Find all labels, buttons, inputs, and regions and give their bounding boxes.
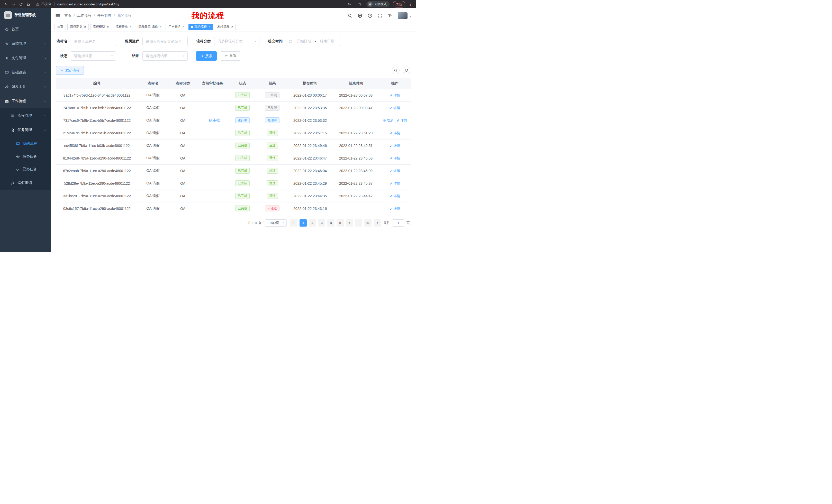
result-select[interactable]: 请选择流结果 bbox=[142, 51, 188, 61]
browser-reload-button[interactable] bbox=[18, 1, 24, 8]
github-icon[interactable] bbox=[358, 13, 362, 18]
refresh-table-button[interactable] bbox=[402, 66, 410, 74]
cell-status: 进行中 bbox=[228, 114, 257, 127]
cell-result: 处理中 bbox=[257, 114, 287, 127]
header-search-icon[interactable] bbox=[347, 13, 352, 18]
tab-close-icon[interactable]: × bbox=[107, 25, 109, 29]
browser-forward-button[interactable] bbox=[10, 1, 17, 8]
breadcrumb-item[interactable]: 任务管理 bbox=[97, 13, 111, 18]
sidebar-item-payment[interactable]: 支付管理 bbox=[0, 51, 51, 65]
pagination-next-button[interactable] bbox=[373, 219, 381, 227]
sidebar-item-dev-tools[interactable]: 研发工具 bbox=[0, 80, 51, 94]
bookmark-star-icon[interactable] bbox=[356, 1, 363, 8]
tab-close-icon[interactable]: × bbox=[231, 25, 233, 29]
tab-close-icon[interactable]: × bbox=[209, 25, 211, 29]
sidebar-item-my-process[interactable]: 我的流程 bbox=[0, 137, 51, 150]
tab-home[interactable]: 首页 bbox=[54, 24, 66, 30]
pagination-page-button[interactable]: 3 bbox=[318, 219, 325, 227]
cell-status: 已完成 bbox=[228, 190, 257, 202]
toggle-search-button[interactable] bbox=[392, 66, 399, 74]
font-size-icon[interactable] bbox=[388, 13, 392, 18]
user-avatar-menu[interactable] bbox=[398, 12, 412, 19]
sidebar-toggle-button[interactable] bbox=[51, 8, 64, 23]
submit-time-label: 提交时间 bbox=[268, 39, 283, 44]
detail-link[interactable]: 详情 bbox=[390, 93, 400, 97]
pagination-page-button[interactable]: 5 bbox=[337, 219, 344, 227]
status-select[interactable]: 请选择状态 bbox=[71, 51, 116, 61]
pagination-page-button[interactable]: 4 bbox=[327, 219, 335, 227]
breadcrumb-item[interactable]: 首页 bbox=[64, 13, 72, 18]
detail-link[interactable]: 详情 bbox=[390, 131, 400, 135]
table-row: 03c6c157-7b9a-11ec-a290-acde48001122OA 请… bbox=[56, 202, 411, 215]
sidebar-item-done-task[interactable]: 已办任务 bbox=[0, 163, 51, 176]
sidebar-item-home[interactable]: 首页 bbox=[0, 22, 51, 36]
tab-close-icon[interactable]: × bbox=[84, 25, 86, 29]
sidebar-item-infrastructure[interactable]: 基础设施 bbox=[0, 65, 51, 80]
detail-link[interactable]: 详情 bbox=[396, 118, 407, 123]
pagination-page-button[interactable]: 2 bbox=[309, 219, 316, 227]
tab-close-icon[interactable]: × bbox=[182, 25, 184, 29]
detail-link[interactable]: 详情 bbox=[390, 143, 400, 148]
pagination-page-button[interactable]: 11 bbox=[364, 219, 371, 227]
cell-result: 通过 bbox=[257, 190, 287, 202]
help-icon[interactable] bbox=[368, 13, 372, 18]
browser-home-button[interactable] bbox=[25, 1, 32, 8]
sidebar-item-todo-task[interactable]: 待办任务 bbox=[0, 150, 51, 163]
browser-menu-icon[interactable] bbox=[409, 2, 412, 6]
sidebar-item-process-mgmt[interactable]: 流程管理 bbox=[0, 108, 51, 123]
start-process-button[interactable]: 发起流程 bbox=[56, 66, 84, 75]
sidebar-item-system[interactable]: 系统管理 bbox=[0, 36, 51, 51]
cell-end-time: 2022-01-22 23:51:20 bbox=[333, 127, 379, 139]
process-name-input[interactable] bbox=[71, 37, 116, 46]
pagination-goto-input[interactable] bbox=[393, 219, 404, 227]
briefcase-icon bbox=[5, 100, 9, 103]
pagination-total: 共 104 条 bbox=[248, 221, 262, 225]
page-size-select[interactable]: 10条/页 bbox=[265, 219, 287, 227]
category-select[interactable]: 请选择流程分类 bbox=[214, 37, 259, 46]
pagination-page-button[interactable]: 6 bbox=[346, 219, 353, 227]
tab-close-icon[interactable]: × bbox=[130, 25, 132, 29]
pagination-page-button[interactable]: 1 bbox=[300, 219, 307, 227]
current-task-link[interactable]: 一级审批 bbox=[205, 118, 220, 122]
cancel-link[interactable]: 取消 bbox=[383, 118, 393, 123]
reset-button[interactable]: 重置 bbox=[220, 51, 241, 61]
browser-update-button[interactable]: 更新 bbox=[393, 1, 405, 7]
detail-link[interactable]: 详情 bbox=[390, 206, 400, 211]
tab-process-form[interactable]: 流程表单× bbox=[113, 24, 134, 30]
date-range-separator: - bbox=[315, 39, 316, 44]
content: 流程名 所属流程 流程分类 请选择流程分类 bbox=[51, 31, 416, 252]
password-key-icon[interactable] bbox=[346, 1, 353, 8]
tab-start-process[interactable]: 发起流程× bbox=[215, 24, 236, 30]
sidebar-item-workflow[interactable]: 工作流程 bbox=[0, 94, 51, 108]
browser-back-button[interactable] bbox=[3, 1, 9, 8]
pagination-prev-button[interactable] bbox=[290, 219, 297, 227]
sidebar-item-leave-query[interactable]: 请假查询 bbox=[0, 176, 51, 190]
cell-category: OA bbox=[168, 114, 198, 127]
cell-submit-time: 2022-01-22 23:53:35 bbox=[287, 102, 333, 114]
pagination-ellipsis[interactable]: ··· bbox=[355, 219, 362, 227]
process-def-input[interactable] bbox=[142, 37, 188, 46]
tab-process-form-edit[interactable]: 流程表单-编辑× bbox=[136, 24, 164, 30]
detail-link[interactable]: 详情 bbox=[390, 169, 400, 173]
home-icon bbox=[5, 27, 9, 31]
sidebar-item-task-mgmt[interactable]: 任务管理 bbox=[0, 123, 51, 137]
tab-process-model[interactable]: 流程模型× bbox=[90, 24, 111, 30]
cell-actions: 详情 bbox=[379, 202, 411, 215]
tab-my-process[interactable]: 我的流程× bbox=[188, 24, 213, 30]
tab-process-definition[interactable]: 流程定义× bbox=[67, 24, 89, 30]
fullscreen-icon[interactable] bbox=[378, 13, 382, 18]
url-text: dashboard.yudao.iocoder.cn/bpm/task/my bbox=[57, 2, 119, 6]
app-logo[interactable]: 芋道管理系统 bbox=[0, 8, 51, 22]
address-bar[interactable]: 不安全 dashboard.yudao.iocoder.cn/bpm/task/… bbox=[36, 2, 345, 6]
cell-status: 已完成 bbox=[228, 177, 257, 190]
detail-link[interactable]: 详情 bbox=[390, 194, 400, 198]
breadcrumb-item[interactable]: 工作流程 bbox=[77, 13, 92, 18]
tab-close-icon[interactable]: × bbox=[160, 25, 162, 29]
tab-user-group[interactable]: 用户分组× bbox=[165, 24, 187, 30]
detail-link[interactable]: 详情 bbox=[390, 156, 400, 161]
search-button[interactable]: 搜索 bbox=[196, 51, 217, 61]
detail-link[interactable]: 详情 bbox=[390, 181, 400, 186]
detail-link[interactable]: 详情 bbox=[390, 106, 400, 110]
submit-time-range-picker[interactable]: 开始日期 - 结束日期 bbox=[286, 37, 340, 46]
security-warning-icon bbox=[36, 2, 40, 6]
